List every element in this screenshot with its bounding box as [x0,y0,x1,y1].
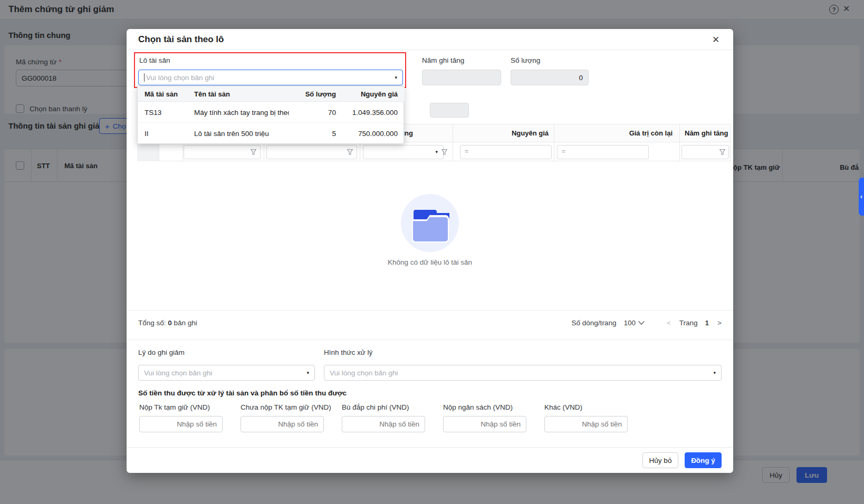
money-input-offset[interactable] [342,416,425,432]
batch-dropdown-panel: Mã tài sản Tên tài sản Số lượng Nguyên g… [137,86,404,144]
money-input-tk-unpaid[interactable] [241,416,324,432]
current-page: 1 [705,319,709,327]
dropdown-row[interactable]: TS13 Máy tính xách tay trang bị theo ...… [138,102,405,123]
empty-state-text: Không có dữ liệu lô tài sản [127,258,733,266]
money-label-other: Khác (VND) [544,403,582,411]
quantity-field-label: Số lượng [511,56,540,64]
total-records: Tổng số: 0 bản ghi [138,319,197,327]
row-qty: 5 [294,130,336,138]
app-screen: Thêm chứng từ ghi giảm ? ✕ Thông tin chu… [0,0,864,504]
col-increase-year: Năm ghi tăng [685,129,728,137]
filter-icon[interactable] [441,149,448,156]
batch-field-label: Lô tài sản [139,56,170,64]
chevron-down-icon: ▾ [306,371,309,375]
text-cursor [144,73,145,82]
prev-page-button[interactable]: < [667,319,671,327]
row-code: TS13 [145,109,161,117]
dropdown-col-price: Nguyên giá [334,90,398,98]
filter-select-cell [137,142,159,161]
reason-combobox[interactable]: Vui lòng chọn bản ghi ▾ [138,365,315,381]
money-label-offset: Bù đắp chi phí (VND) [342,403,409,411]
chevron-down-icon: ▾ [395,75,397,80]
money-label-tk-unpaid: Chưa nộp TK tạm giữ (VND) [241,403,331,411]
col-remaining-value: Giá trị còn lại [599,129,673,137]
quantity-input [511,70,589,85]
modal-title: Chọn tài sản theo lô [138,34,224,45]
method-field-label: Hình thức xử lý [324,348,372,356]
rows-per-page-select[interactable]: 100 [623,319,644,327]
dropdown-row[interactable]: II Lô tài sản trên 500 triệu 5 750.000.0… [138,123,405,144]
filter-input-price[interactable] [460,145,552,159]
chevron-left-icon: ‹ [860,193,862,200]
modal-close-icon[interactable]: ✕ [712,34,719,45]
total-count: 0 [168,319,172,327]
money-input-budget[interactable] [443,416,526,432]
empty-state-circle [401,194,459,252]
row-name: Lô tài sản trên 500 triệu [194,130,289,138]
col-original-price: Nguyên giá [475,129,549,137]
filter-icon[interactable] [719,149,726,156]
modal-header: Chọn tài sản theo lô ✕ [127,29,733,50]
side-panel-toggle[interactable]: ‹ [859,178,864,216]
select-batch-modal: Chọn tài sản theo lô ✕ Lô tài sản Vui lò… [127,29,733,473]
batch-combobox[interactable]: Vui lòng chọn bản ghi ▾ [138,70,403,85]
money-input-other[interactable] [544,416,628,432]
chevron-down-icon: ▾ [713,371,716,375]
filter-input-name[interactable] [266,145,357,159]
money-section-title: Số tiền thu được từ xử lý tài sản và phâ… [138,389,347,397]
filter-icon[interactable] [250,149,257,156]
chevron-down-icon [638,318,644,324]
money-label-tk-hold: Nộp Tk tạm giữ (VND) [139,403,210,411]
filter-input-code[interactable] [184,145,261,159]
equals-operator[interactable]: = [465,148,468,155]
row-qty: 70 [294,109,336,117]
filter-input-remaining[interactable] [557,145,649,159]
filter-icon[interactable] [347,149,353,156]
batch-placeholder: Vui lòng chọn bản ghi [146,74,214,82]
equals-operator[interactable]: = [562,148,565,155]
method-combobox[interactable]: Vui lòng chọn bản ghi ▾ [324,365,722,381]
row-price: 750.000.000 [334,130,398,138]
next-page-button[interactable]: > [717,319,722,327]
dropdown-col-code: Mã tài sản [145,90,192,98]
hidden-row-disabled-input [430,103,469,118]
year-input [422,70,501,85]
filter-combo-purpose[interactable]: ▾ [363,145,444,159]
modal-cancel-button[interactable]: Hủy bỏ [642,452,678,468]
row-code: II [145,130,149,138]
row-name: Máy tính xách tay trang bị theo ... [194,109,289,117]
money-label-budget: Nộp ngân sách (VND) [443,403,513,411]
chevron-down-icon: ▾ [435,150,438,154]
year-field-label: Năm ghi tăng [422,56,464,64]
page-label: Trang [679,319,698,327]
modal-confirm-button[interactable]: Đồng ý [685,452,722,468]
reason-placeholder: Vui lòng chọn bản ghi [144,369,212,377]
method-placeholder: Vui lòng chọn bản ghi [330,369,398,377]
folder-icon [401,194,459,252]
dropdown-col-qty: Số lượng [294,90,336,98]
rows-per-page-label: Số dòng/trang [572,319,617,327]
dropdown-col-name: Tên tài sản [194,90,289,98]
row-price: 1.049.356.000 [334,109,398,117]
money-input-tk-hold[interactable] [139,416,223,432]
reason-field-label: Lý do ghi giảm [138,348,185,356]
